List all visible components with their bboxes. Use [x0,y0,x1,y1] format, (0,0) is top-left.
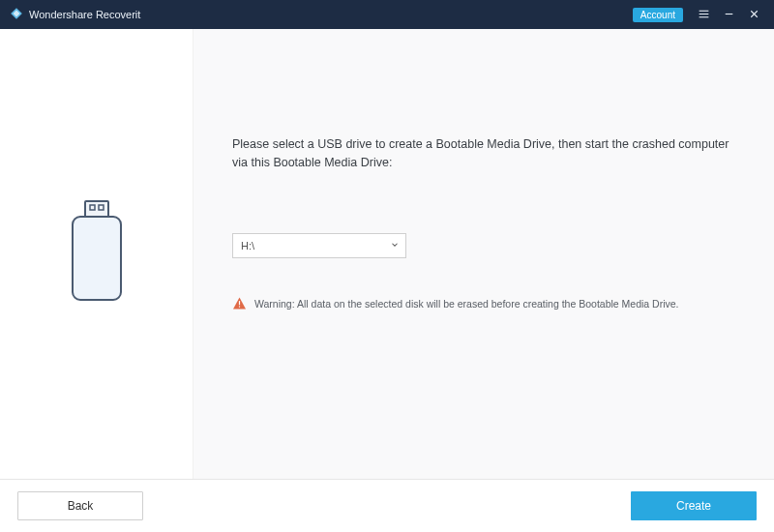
menu-button[interactable] [691,0,716,29]
drive-select-dropdown[interactable]: H:\ [232,233,406,258]
instruction-text: Please select a USB drive to create a Bo… [232,135,735,173]
app-logo: Wondershare Recoverit [10,7,140,22]
warning-row: Warning: All data on the selected disk w… [232,297,735,311]
app-title: Wondershare Recoverit [29,9,140,20]
account-button[interactable]: Account [633,8,683,22]
hamburger-icon [698,8,710,22]
chevron-down-icon [390,240,400,251]
create-button[interactable]: Create [631,491,757,520]
warning-triangle-icon [232,297,247,311]
content-panel: Please select a USB drive to create a Bo… [194,29,774,479]
warning-text: Warning: All data on the selected disk w… [254,298,679,310]
main-area: Please select a USB drive to create a Bo… [0,29,774,479]
usb-drive-icon [63,199,131,310]
minimize-icon [723,8,735,22]
minimize-button[interactable] [716,0,741,29]
titlebar: Wondershare Recoverit Account [0,0,774,29]
svg-rect-10 [239,301,240,305]
svg-rect-9 [73,217,121,300]
close-icon [748,8,760,22]
footer-bar: Back Create [0,479,774,532]
side-panel [0,29,194,479]
drive-select-value: H:\ [241,240,254,251]
svg-rect-6 [85,201,108,217]
svg-rect-11 [239,306,240,307]
close-button[interactable] [741,0,766,29]
app-logo-icon [10,7,23,22]
back-button[interactable]: Back [17,491,143,520]
